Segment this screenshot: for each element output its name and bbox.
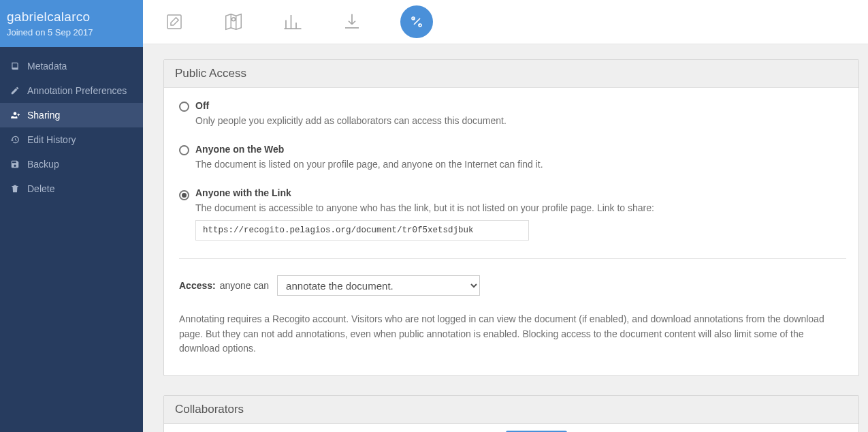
sidebar-item-label: Edit History — [27, 134, 76, 145]
share-url-input[interactable] — [195, 220, 529, 241]
side-nav: Metadata Annotation Preferences Sharing … — [0, 47, 143, 201]
sidebar-item-edit-history[interactable]: Edit History — [0, 127, 143, 152]
trash-icon — [10, 184, 20, 194]
radio-anyone-web[interactable] — [179, 145, 189, 155]
profile-block: gabrielcalarco Joined on 5 Sep 2017 — [0, 0, 143, 47]
sidebar-item-delete[interactable]: Delete — [0, 176, 143, 201]
radio-off[interactable] — [179, 102, 189, 112]
access-label-bold: Access: — [179, 280, 216, 291]
history-icon — [10, 135, 20, 144]
access-select[interactable]: annotate the document. — [277, 275, 480, 296]
user-share-icon — [10, 110, 20, 120]
radio-off-label: Off — [195, 100, 507, 111]
radio-anyone-link[interactable] — [179, 190, 189, 200]
tab-annotate[interactable] — [163, 11, 185, 33]
sidebar: gabrielcalarco Joined on 5 Sep 2017 Meta… — [0, 0, 143, 432]
book-icon — [10, 61, 20, 71]
topbar — [143, 0, 868, 44]
save-icon — [10, 159, 20, 169]
radio-off-desc: Only people you explicitly add as collab… — [195, 115, 507, 126]
access-note: Annotating requires a Recogito account. … — [179, 312, 846, 356]
radio-anyone-link-desc: The document is accessible to anyone who… — [195, 202, 846, 213]
access-line: Access: anyone can annotate the document… — [179, 275, 846, 296]
collaborator-row: Gimena ADMIN ▼ — [164, 424, 858, 432]
sidebar-item-sharing[interactable]: Sharing — [0, 103, 143, 127]
sidebar-item-label: Sharing — [27, 110, 60, 121]
panel-title: Public Access — [164, 60, 858, 88]
pencil-icon — [10, 86, 20, 95]
profile-joined: Joined on 5 Sep 2017 — [7, 27, 135, 37]
tab-download[interactable] — [341, 11, 363, 33]
tab-map[interactable] — [223, 11, 244, 33]
panel-title: Collaborators — [164, 396, 858, 424]
sidebar-item-backup[interactable]: Backup — [0, 152, 143, 176]
tab-stats[interactable] — [282, 11, 304, 33]
profile-username: gabrielcalarco — [7, 10, 135, 25]
sidebar-item-label: Annotation Preferences — [27, 85, 127, 96]
radio-anyone-web-label: Anyone on the Web — [195, 144, 543, 155]
access-label-rest: anyone can — [220, 280, 269, 291]
tab-settings[interactable] — [400, 5, 433, 38]
sidebar-item-annotation-prefs[interactable]: Annotation Preferences — [0, 78, 143, 103]
radio-anyone-web-desc: The document is listed on your profile p… — [195, 159, 543, 170]
sidebar-item-metadata[interactable]: Metadata — [0, 54, 143, 78]
sidebar-item-label: Delete — [27, 183, 54, 194]
sidebar-item-label: Backup — [27, 159, 59, 170]
public-access-panel: Public Access Off Only people you explic… — [163, 59, 859, 376]
main-area: Public Access Off Only people you explic… — [143, 0, 868, 432]
svg-rect-0 — [167, 15, 181, 29]
sidebar-item-label: Metadata — [27, 61, 67, 72]
radio-anyone-link-label: Anyone with the Link — [195, 187, 846, 198]
collaborators-panel: Collaborators Gimena ADMIN ▼ — [163, 395, 859, 432]
svg-point-1 — [232, 18, 236, 21]
